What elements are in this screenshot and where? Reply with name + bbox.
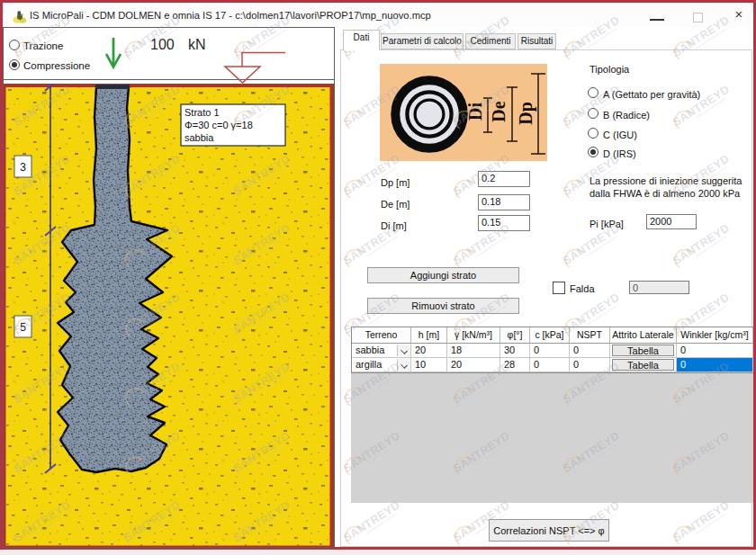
- svg-text:3: 3: [20, 161, 26, 174]
- svg-text:De: De: [489, 101, 508, 121]
- svg-text:sabbia: sabbia: [184, 132, 214, 143]
- svg-text:Φ=30 c=0 γ=18: Φ=30 c=0 γ=18: [184, 120, 253, 130]
- svg-text:Strato 1: Strato 1: [184, 107, 220, 118]
- svg-text:5: 5: [20, 321, 26, 334]
- svg-text:Dp: Dp: [516, 102, 536, 125]
- svg-text:Di: Di: [465, 103, 485, 121]
